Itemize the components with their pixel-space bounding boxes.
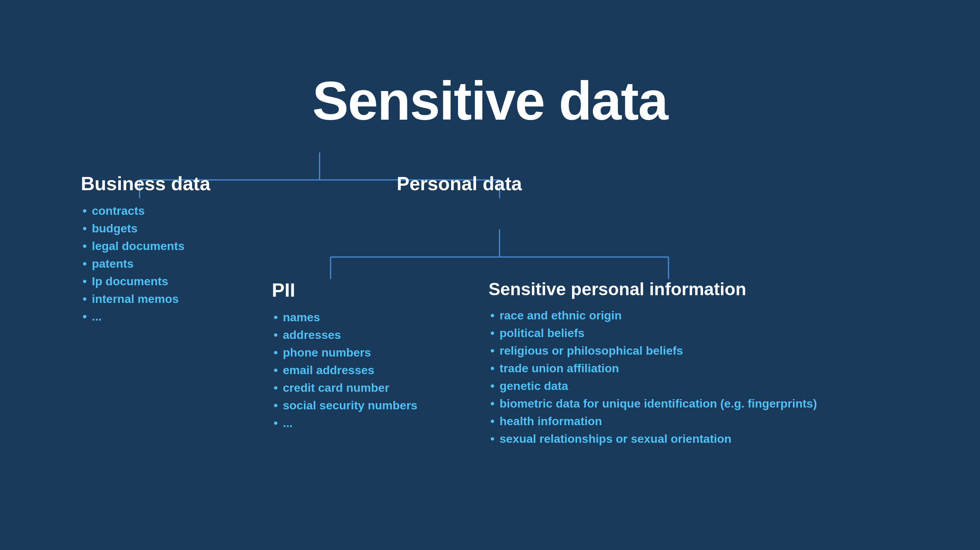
list-item: patents bbox=[81, 255, 210, 272]
list-item: addresses bbox=[272, 326, 417, 344]
list-item: biometric data for unique identification… bbox=[488, 395, 817, 412]
list-item: contracts bbox=[81, 202, 210, 219]
business-data-list: contracts budgets legal documents patent… bbox=[81, 202, 210, 325]
list-item: political beliefs bbox=[488, 324, 817, 342]
sensitive-list: race and ethnic origin political beliefs… bbox=[488, 307, 817, 448]
list-item: phone numbers bbox=[272, 344, 417, 361]
pii-list: names addresses phone numbers email addr… bbox=[272, 308, 417, 432]
main-title: Sensitive data bbox=[312, 70, 667, 132]
slide: Sensitive data Business data contracts b… bbox=[0, 0, 980, 550]
list-item: ... bbox=[81, 308, 210, 325]
sensitive-personal-info-block: Sensitive personal information race and … bbox=[488, 279, 817, 448]
pii-block: PII names addresses phone numbers email … bbox=[272, 279, 417, 432]
business-data-block: Business data contracts budgets legal do… bbox=[81, 173, 210, 325]
list-item: social security numbers bbox=[272, 397, 417, 414]
list-item: legal documents bbox=[81, 237, 210, 255]
business-data-title: Business data bbox=[81, 173, 210, 195]
list-item: email addresses bbox=[272, 361, 417, 379]
pii-title: PII bbox=[272, 279, 417, 301]
list-item: Ip documents bbox=[81, 272, 210, 290]
list-item: internal memos bbox=[81, 290, 210, 308]
list-item: religious or philosophical beliefs bbox=[488, 342, 817, 359]
list-item: credit card number bbox=[272, 379, 417, 397]
list-item: sexual relationships or sexual orientati… bbox=[488, 430, 817, 448]
list-item: genetic data bbox=[488, 377, 817, 395]
main-title-block: Sensitive data bbox=[312, 33, 667, 132]
sensitive-title: Sensitive personal information bbox=[488, 279, 817, 299]
list-item: race and ethnic origin bbox=[488, 307, 817, 324]
personal-data-title: Personal data bbox=[397, 173, 522, 195]
list-item: health information bbox=[488, 412, 817, 430]
personal-data-block: Personal data bbox=[397, 173, 522, 202]
list-item: ... bbox=[272, 414, 417, 432]
list-item: trade union affiliation bbox=[488, 359, 817, 377]
list-item: names bbox=[272, 308, 417, 326]
list-item: budgets bbox=[81, 219, 210, 237]
